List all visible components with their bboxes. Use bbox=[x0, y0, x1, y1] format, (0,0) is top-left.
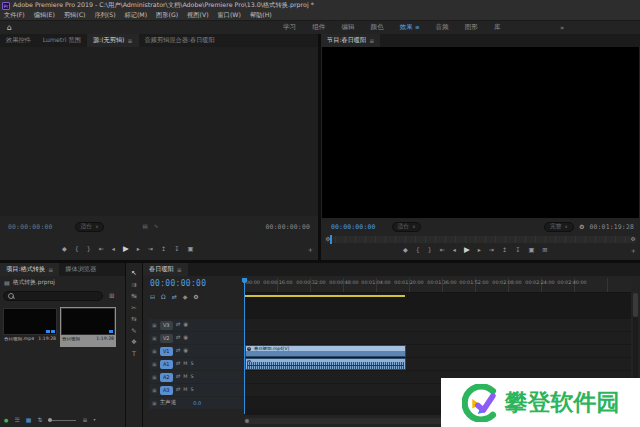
filter-bin-icon[interactable]: ⊞ bbox=[109, 292, 114, 300]
workspace-tab-color[interactable]: 颜色 bbox=[371, 24, 384, 31]
search-input[interactable] bbox=[3, 291, 103, 301]
tab-project[interactable]: 项目:格式转换≡ bbox=[0, 263, 59, 276]
button-editor-icon[interactable]: + bbox=[631, 248, 636, 254]
track-header-a3[interactable]: ▣ A3 ⇄ M S bbox=[149, 384, 244, 396]
panel-menu-icon[interactable]: ≡ bbox=[177, 267, 182, 273]
program-playhead[interactable] bbox=[330, 235, 332, 244]
mute-button[interactable]: M bbox=[183, 362, 187, 367]
drag-video-icon[interactable]: ▤ bbox=[142, 224, 147, 230]
track-header-v1[interactable]: ▣ V1 ⇄ ◉ bbox=[149, 345, 244, 357]
project-item-clip[interactable]: 春日暖阳.mp4 1:19:28 bbox=[2, 307, 58, 347]
overwrite-icon[interactable]: ↧ bbox=[174, 246, 179, 252]
workspace-tab-assembly[interactable]: 组件 bbox=[312, 24, 325, 31]
step-back-icon[interactable]: ◂ bbox=[453, 247, 456, 253]
step-forward-icon[interactable]: ▸ bbox=[478, 247, 481, 253]
icon-view-icon[interactable]: ▦ bbox=[26, 417, 32, 423]
tab-effect-controls[interactable]: 效果控件 bbox=[0, 34, 37, 47]
add-marker-icon[interactable]: ◆ bbox=[183, 294, 188, 300]
project-item-sequence[interactable]: 春日暖阳 1:19:28 bbox=[60, 307, 116, 347]
track-lane-v2[interactable] bbox=[244, 332, 631, 344]
mark-out-icon[interactable]: } bbox=[428, 247, 432, 253]
ripple-edit-tool[interactable]: ↹ bbox=[131, 293, 136, 300]
playhead-line[interactable] bbox=[244, 278, 245, 414]
workspace-tab-graphics[interactable]: 图形 bbox=[465, 24, 478, 31]
snap-magnet-icon[interactable]: Ω bbox=[161, 294, 166, 300]
comparison-view-icon[interactable]: ⊞ bbox=[542, 247, 547, 253]
zoom-handle-left[interactable] bbox=[245, 419, 249, 423]
program-resolution-select[interactable]: 完整∨ bbox=[544, 222, 574, 232]
home-icon[interactable]: ⌂ bbox=[7, 24, 12, 32]
solo-button[interactable]: S bbox=[190, 362, 193, 367]
mark-out-icon[interactable]: } bbox=[87, 246, 91, 252]
workspace-tab-effects[interactable]: 效果≡ bbox=[400, 24, 420, 31]
panel-menu-icon[interactable]: ≡ bbox=[128, 38, 133, 44]
tab-media-browser[interactable]: 媒体浏览器 bbox=[59, 263, 102, 276]
track-target-a3[interactable]: A3 bbox=[160, 386, 173, 395]
track-select-tool[interactable]: ⇉ bbox=[131, 282, 136, 289]
eye-icon[interactable]: ◉ bbox=[183, 322, 188, 328]
step-back-icon[interactable]: ◂ bbox=[112, 246, 115, 252]
lift-icon[interactable]: ↥ bbox=[502, 247, 507, 253]
timeline-timecode[interactable]: 00:00:00:00 bbox=[150, 280, 206, 288]
insert-icon[interactable]: ↥ bbox=[161, 246, 166, 252]
add-marker-icon[interactable]: ◆ bbox=[403, 247, 408, 253]
mark-in-icon[interactable]: { bbox=[75, 246, 79, 252]
workspace-menu-icon[interactable]: ≡ bbox=[415, 24, 420, 30]
workspace-overflow-icon[interactable]: » bbox=[560, 24, 564, 32]
lock-icon[interactable]: ▣ bbox=[152, 348, 157, 354]
video-clip[interactable]: fx 春日暖阳.mp4[V] bbox=[245, 345, 406, 357]
sync-lock-icon[interactable]: ⇄ bbox=[176, 361, 181, 367]
track-header-v3[interactable]: ▣ V3 ⇄ ◉ bbox=[149, 319, 244, 331]
play-icon[interactable]: ▶ bbox=[123, 245, 129, 253]
workspace-tab-editing[interactable]: 编辑 bbox=[341, 24, 354, 31]
go-to-in-icon[interactable]: ⇤ bbox=[440, 247, 445, 253]
lock-icon[interactable]: ▣ bbox=[152, 387, 157, 393]
tab-lumetri-scopes[interactable]: Lumetri 范围 bbox=[37, 34, 87, 47]
hand-tool[interactable]: ❖ bbox=[131, 339, 137, 346]
step-forward-icon[interactable]: ▸ bbox=[137, 246, 140, 252]
pen-tool[interactable]: ✎ bbox=[131, 328, 136, 335]
track-target-v2[interactable]: V2 bbox=[160, 334, 173, 343]
lock-icon[interactable]: ▣ bbox=[152, 361, 157, 367]
eye-icon[interactable]: ◉ bbox=[183, 348, 188, 354]
menu-sequence[interactable]: 序列(S) bbox=[94, 12, 115, 18]
linked-selection-icon[interactable]: ⇄ bbox=[172, 294, 177, 300]
sync-lock-icon[interactable]: ⇄ bbox=[176, 348, 181, 354]
solo-button[interactable]: S bbox=[190, 375, 193, 380]
go-to-in-icon[interactable]: ⇤ bbox=[99, 246, 104, 252]
lock-icon[interactable]: ▣ bbox=[152, 400, 157, 406]
sync-lock-icon[interactable]: ⇄ bbox=[176, 335, 181, 341]
razor-tool[interactable]: ✂ bbox=[131, 305, 136, 312]
workspace-tab-learning[interactable]: 学习 bbox=[283, 24, 296, 31]
thumbnail-zoom-slider[interactable] bbox=[48, 420, 76, 421]
nest-toggle-icon[interactable]: ⊟ bbox=[150, 294, 155, 300]
menu-graphics[interactable]: 图形(G) bbox=[156, 12, 178, 18]
tab-sequence[interactable]: 春日暖阳≡ bbox=[143, 263, 188, 276]
play-icon[interactable]: ▶ bbox=[464, 246, 470, 254]
sort-icons-icon[interactable]: ⇅ bbox=[37, 417, 42, 423]
tab-source-monitor[interactable]: 源:(无剪辑)≡ bbox=[87, 34, 139, 47]
panel-menu-icon[interactable]: ≡ bbox=[369, 38, 374, 44]
eye-icon[interactable]: ◉ bbox=[183, 335, 188, 341]
sync-lock-icon[interactable]: ⇄ bbox=[176, 387, 181, 393]
track-header-v2[interactable]: ▣ V2 ⇄ ◉ bbox=[149, 332, 244, 344]
sync-lock-icon[interactable]: ⇄ bbox=[176, 374, 181, 380]
lock-icon[interactable]: ▣ bbox=[152, 374, 157, 380]
go-to-out-icon[interactable]: ⇥ bbox=[489, 247, 494, 253]
add-marker-icon[interactable]: ◆ bbox=[62, 246, 67, 252]
audio-clip[interactable]: fx bbox=[245, 358, 406, 370]
lock-icon[interactable]: ▣ bbox=[152, 322, 157, 328]
sync-lock-icon[interactable]: ⇄ bbox=[176, 322, 181, 328]
list-view-icon[interactable]: ☰ bbox=[14, 417, 19, 423]
tab-program-monitor[interactable]: 节目:春日暖阳≡ bbox=[321, 34, 380, 47]
menu-clip[interactable]: 剪辑(C) bbox=[64, 12, 86, 18]
button-editor-icon[interactable]: + bbox=[308, 247, 313, 253]
workspace-tab-audio[interactable]: 音频 bbox=[436, 24, 449, 31]
workspace-tab-libraries[interactable]: 库 bbox=[494, 24, 501, 31]
menu-help[interactable]: 帮助(H) bbox=[250, 12, 272, 18]
menu-file[interactable]: 文件(F) bbox=[4, 12, 25, 18]
scrubber-right-handle[interactable] bbox=[631, 237, 635, 241]
export-frame-icon[interactable]: ▣ bbox=[528, 247, 534, 253]
mark-in-icon[interactable]: { bbox=[416, 247, 420, 253]
export-frame-icon[interactable]: ▣ bbox=[187, 246, 193, 252]
